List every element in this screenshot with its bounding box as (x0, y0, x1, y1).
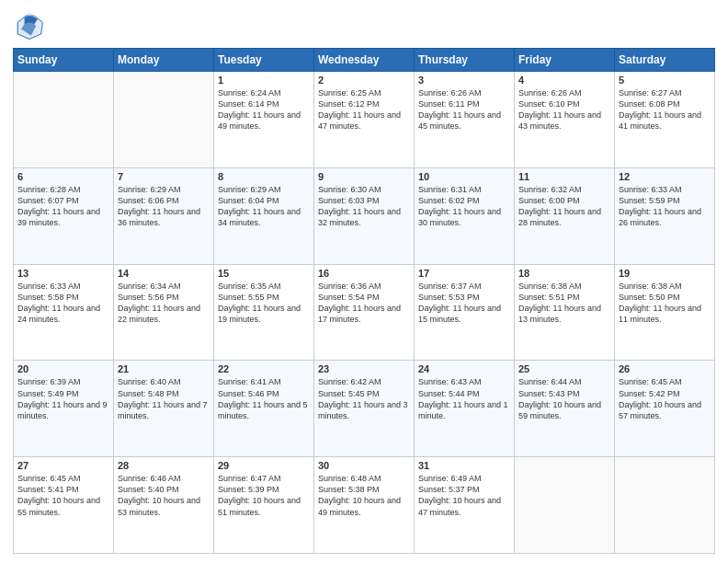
logo-icon (13, 9, 46, 42)
day-number: 14 (118, 268, 210, 279)
page: SundayMondayTuesdayWednesdayThursdayFrid… (0, 0, 728, 563)
calendar-cell: 7Sunrise: 6:29 AM Sunset: 6:06 PM Daylig… (114, 167, 214, 264)
calendar-cell: 17Sunrise: 6:37 AM Sunset: 5:53 PM Dayli… (415, 264, 515, 361)
day-info: Sunrise: 6:44 AM Sunset: 5:43 PM Dayligh… (518, 376, 610, 421)
day-info: Sunrise: 6:45 AM Sunset: 5:42 PM Dayligh… (619, 376, 711, 421)
day-info: Sunrise: 6:37 AM Sunset: 5:53 PM Dayligh… (418, 281, 510, 326)
weekday-header: Sunday (14, 49, 114, 72)
weekday-header: Friday (515, 49, 615, 72)
calendar-cell: 29Sunrise: 6:47 AM Sunset: 5:39 PM Dayli… (214, 457, 314, 554)
header-row: SundayMondayTuesdayWednesdayThursdayFrid… (14, 49, 715, 72)
day-info: Sunrise: 6:33 AM Sunset: 5:58 PM Dayligh… (17, 281, 109, 326)
calendar-cell: 11Sunrise: 6:32 AM Sunset: 6:00 PM Dayli… (515, 167, 615, 264)
weekday-header: Saturday (615, 49, 715, 72)
calendar-week-row: 1Sunrise: 6:24 AM Sunset: 6:14 PM Daylig… (14, 72, 715, 168)
day-number: 9 (318, 171, 410, 182)
day-number: 26 (619, 363, 711, 374)
calendar-cell: 24Sunrise: 6:43 AM Sunset: 5:44 PM Dayli… (415, 361, 515, 457)
day-info: Sunrise: 6:41 AM Sunset: 5:46 PM Dayligh… (218, 376, 310, 421)
day-number: 17 (418, 268, 510, 279)
weekday-header: Wednesday (314, 49, 415, 72)
day-info: Sunrise: 6:36 AM Sunset: 5:54 PM Dayligh… (318, 281, 410, 326)
day-info: Sunrise: 6:47 AM Sunset: 5:39 PM Dayligh… (218, 473, 310, 518)
day-info: Sunrise: 6:34 AM Sunset: 5:56 PM Dayligh… (118, 281, 210, 326)
day-number: 20 (17, 363, 109, 374)
calendar-cell: 1Sunrise: 6:24 AM Sunset: 6:14 PM Daylig… (214, 72, 314, 168)
day-number: 28 (118, 460, 210, 471)
day-number: 1 (218, 75, 310, 86)
calendar-cell: 28Sunrise: 6:46 AM Sunset: 5:40 PM Dayli… (114, 457, 214, 554)
calendar-cell: 15Sunrise: 6:35 AM Sunset: 5:55 PM Dayli… (214, 264, 314, 361)
day-number: 23 (318, 363, 410, 374)
calendar-week-row: 6Sunrise: 6:28 AM Sunset: 6:07 PM Daylig… (14, 167, 715, 264)
day-info: Sunrise: 6:29 AM Sunset: 6:06 PM Dayligh… (118, 184, 210, 229)
day-number: 15 (218, 268, 310, 279)
calendar-cell: 10Sunrise: 6:31 AM Sunset: 6:02 PM Dayli… (415, 167, 515, 264)
day-info: Sunrise: 6:48 AM Sunset: 5:38 PM Dayligh… (318, 473, 410, 518)
weekday-header: Thursday (415, 49, 515, 72)
day-number: 5 (619, 75, 711, 86)
calendar-cell (114, 72, 214, 168)
day-info: Sunrise: 6:24 AM Sunset: 6:14 PM Dayligh… (218, 87, 310, 132)
day-info: Sunrise: 6:38 AM Sunset: 5:50 PM Dayligh… (619, 281, 711, 326)
day-info: Sunrise: 6:46 AM Sunset: 5:40 PM Dayligh… (118, 473, 210, 518)
calendar-cell: 27Sunrise: 6:45 AM Sunset: 5:41 PM Dayli… (14, 457, 114, 554)
day-number: 30 (318, 460, 410, 471)
day-info: Sunrise: 6:49 AM Sunset: 5:37 PM Dayligh… (418, 473, 510, 518)
day-info: Sunrise: 6:40 AM Sunset: 5:48 PM Dayligh… (118, 376, 210, 421)
calendar-header: SundayMondayTuesdayWednesdayThursdayFrid… (14, 49, 715, 72)
calendar-cell: 16Sunrise: 6:36 AM Sunset: 5:54 PM Dayli… (314, 264, 415, 361)
calendar-week-row: 27Sunrise: 6:45 AM Sunset: 5:41 PM Dayli… (14, 457, 715, 554)
day-info: Sunrise: 6:33 AM Sunset: 5:59 PM Dayligh… (619, 184, 711, 229)
calendar-cell: 13Sunrise: 6:33 AM Sunset: 5:58 PM Dayli… (14, 264, 114, 361)
day-number: 4 (518, 75, 610, 86)
day-number: 12 (619, 171, 711, 182)
calendar-table: SundayMondayTuesdayWednesdayThursdayFrid… (13, 48, 715, 554)
calendar-week-row: 13Sunrise: 6:33 AM Sunset: 5:58 PM Dayli… (14, 264, 715, 361)
day-number: 25 (518, 363, 610, 374)
day-number: 21 (118, 363, 210, 374)
calendar-week-row: 20Sunrise: 6:39 AM Sunset: 5:49 PM Dayli… (14, 361, 715, 457)
day-number: 31 (418, 460, 510, 471)
calendar-cell: 9Sunrise: 6:30 AM Sunset: 6:03 PM Daylig… (314, 167, 415, 264)
calendar-cell: 23Sunrise: 6:42 AM Sunset: 5:45 PM Dayli… (314, 361, 415, 457)
day-number: 7 (118, 171, 210, 182)
day-number: 24 (418, 363, 510, 374)
day-number: 18 (518, 268, 610, 279)
calendar-cell (14, 72, 114, 168)
calendar-cell: 25Sunrise: 6:44 AM Sunset: 5:43 PM Dayli… (515, 361, 615, 457)
calendar-cell (515, 457, 615, 554)
day-number: 11 (518, 171, 610, 182)
day-info: Sunrise: 6:29 AM Sunset: 6:04 PM Dayligh… (218, 184, 310, 229)
logo (13, 9, 50, 42)
day-info: Sunrise: 6:42 AM Sunset: 5:45 PM Dayligh… (318, 376, 410, 421)
calendar-cell: 20Sunrise: 6:39 AM Sunset: 5:49 PM Dayli… (14, 361, 114, 457)
day-number: 10 (418, 171, 510, 182)
day-number: 16 (318, 268, 410, 279)
day-info: Sunrise: 6:38 AM Sunset: 5:51 PM Dayligh… (518, 281, 610, 326)
calendar-cell: 4Sunrise: 6:26 AM Sunset: 6:10 PM Daylig… (515, 72, 615, 168)
day-number: 29 (218, 460, 310, 471)
weekday-header: Tuesday (214, 49, 314, 72)
calendar-cell: 30Sunrise: 6:48 AM Sunset: 5:38 PM Dayli… (314, 457, 415, 554)
calendar-cell: 18Sunrise: 6:38 AM Sunset: 5:51 PM Dayli… (515, 264, 615, 361)
day-number: 3 (418, 75, 510, 86)
day-info: Sunrise: 6:30 AM Sunset: 6:03 PM Dayligh… (318, 184, 410, 229)
calendar-cell: 6Sunrise: 6:28 AM Sunset: 6:07 PM Daylig… (14, 167, 114, 264)
header (13, 9, 715, 42)
day-number: 2 (318, 75, 410, 86)
day-number: 22 (218, 363, 310, 374)
day-info: Sunrise: 6:31 AM Sunset: 6:02 PM Dayligh… (418, 184, 510, 229)
day-info: Sunrise: 6:35 AM Sunset: 5:55 PM Dayligh… (218, 281, 310, 326)
calendar-cell: 8Sunrise: 6:29 AM Sunset: 6:04 PM Daylig… (214, 167, 314, 264)
calendar-cell: 22Sunrise: 6:41 AM Sunset: 5:46 PM Dayli… (214, 361, 314, 457)
day-number: 27 (17, 460, 109, 471)
day-info: Sunrise: 6:39 AM Sunset: 5:49 PM Dayligh… (17, 376, 109, 421)
calendar-body: 1Sunrise: 6:24 AM Sunset: 6:14 PM Daylig… (14, 72, 715, 554)
calendar-cell: 14Sunrise: 6:34 AM Sunset: 5:56 PM Dayli… (114, 264, 214, 361)
day-number: 13 (17, 268, 109, 279)
weekday-header: Monday (114, 49, 214, 72)
calendar-cell: 5Sunrise: 6:27 AM Sunset: 6:08 PM Daylig… (615, 72, 715, 168)
calendar-cell: 26Sunrise: 6:45 AM Sunset: 5:42 PM Dayli… (615, 361, 715, 457)
calendar-cell (615, 457, 715, 554)
